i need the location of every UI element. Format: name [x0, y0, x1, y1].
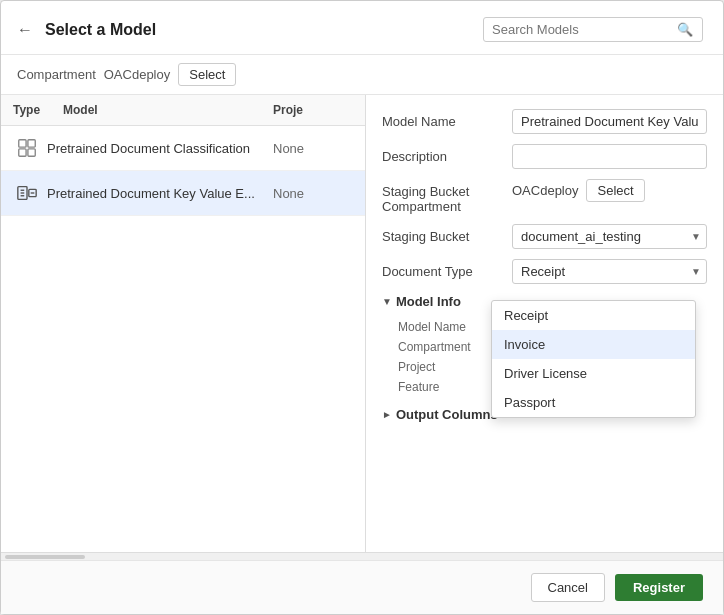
- staging-compartment-row: Staging Bucket Compartment OACdeploy Sel…: [382, 179, 707, 214]
- description-control: [512, 144, 707, 169]
- classification-icon: [13, 134, 41, 162]
- search-input[interactable]: [492, 22, 677, 37]
- description-row: Description: [382, 144, 707, 169]
- model-name-label: Model Name: [382, 109, 512, 129]
- staging-bucket-select[interactable]: document_ai_testing: [512, 224, 707, 249]
- description-label: Description: [382, 144, 512, 164]
- info-model-name-label: Model Name: [398, 320, 498, 334]
- cancel-button[interactable]: Cancel: [531, 573, 605, 602]
- model-name-input[interactable]: [512, 109, 707, 134]
- dialog-header: ← Select a Model 🔍: [1, 1, 723, 55]
- row-2-project: None: [273, 186, 353, 201]
- dropdown-option-passport[interactable]: Passport: [492, 388, 695, 417]
- register-button[interactable]: Register: [615, 574, 703, 601]
- info-project-label: Project: [398, 360, 498, 374]
- main-content: Type Model Proje Pretrained Document Cla…: [1, 95, 723, 552]
- staging-bucket-row: Staging Bucket document_ai_testing ▼: [382, 224, 707, 249]
- keyvalue-icon: [13, 179, 41, 207]
- output-columns-triangle-icon: ►: [382, 409, 392, 420]
- back-button[interactable]: ←: [17, 21, 33, 39]
- staging-compartment-label: Staging Bucket Compartment: [382, 179, 512, 214]
- horizontal-scrollbar[interactable]: [1, 552, 723, 560]
- model-info-label: Model Info: [396, 294, 461, 309]
- search-icon: 🔍: [677, 22, 693, 37]
- right-panel: Model Name Description Staging Bucket Co…: [366, 95, 723, 552]
- staging-compartment-control: OACdeploy Select: [512, 179, 707, 202]
- document-type-select[interactable]: Receipt Invoice Driver License Passport: [512, 259, 707, 284]
- svg-rect-1: [28, 140, 35, 147]
- row-2-model-name: Pretrained Document Key Value E...: [47, 186, 273, 201]
- dropdown-option-driver-license[interactable]: Driver License: [492, 359, 695, 388]
- dialog-footer: Cancel Register: [1, 560, 723, 614]
- svg-rect-0: [19, 140, 26, 147]
- col-model-header: Model: [63, 103, 273, 117]
- table-row[interactable]: Pretrained Document Key Value E... None: [1, 171, 365, 216]
- dialog-title: Select a Model: [45, 21, 483, 39]
- search-bar: 🔍: [483, 17, 703, 42]
- document-type-control: Receipt Invoice Driver License Passport …: [512, 259, 707, 284]
- description-input[interactable]: [512, 144, 707, 169]
- staging-compartment-value: OACdeploy: [512, 183, 578, 198]
- staging-bucket-control: document_ai_testing ▼: [512, 224, 707, 249]
- dropdown-option-receipt[interactable]: Receipt: [492, 301, 695, 330]
- select-model-dialog: ← Select a Model 🔍 Compartment OACdeploy…: [0, 0, 724, 615]
- table-header: Type Model Proje: [1, 95, 365, 126]
- row-1-project: None: [273, 141, 353, 156]
- document-type-row: Document Type Receipt Invoice Driver Lic…: [382, 259, 707, 284]
- col-type-header: Type: [13, 103, 63, 117]
- svg-rect-3: [28, 149, 35, 156]
- model-name-control: [512, 109, 707, 134]
- info-compartment-label: Compartment: [398, 340, 498, 354]
- breadcrumb-deploy: OACdeploy: [104, 67, 170, 82]
- info-feature-label: Feature: [398, 380, 498, 394]
- staging-bucket-label: Staging Bucket: [382, 224, 512, 244]
- svg-rect-2: [19, 149, 26, 156]
- breadcrumb-select-button[interactable]: Select: [178, 63, 236, 86]
- document-type-dropdown-overlay: Receipt Invoice Driver License Passport: [491, 300, 696, 418]
- model-info-triangle-icon: ▼: [382, 296, 392, 307]
- breadcrumb-compartment: Compartment: [17, 67, 96, 82]
- dropdown-option-invoice[interactable]: Invoice: [492, 330, 695, 359]
- output-columns-label: Output Columns: [396, 407, 498, 422]
- scrollbar-thumb: [5, 555, 85, 559]
- breadcrumb-bar: Compartment OACdeploy Select: [1, 55, 723, 95]
- staging-compartment-select-button[interactable]: Select: [586, 179, 644, 202]
- document-type-label: Document Type: [382, 259, 512, 279]
- table-panel: Type Model Proje Pretrained Document Cla…: [1, 95, 366, 552]
- col-project-header: Proje: [273, 103, 353, 117]
- row-1-model-name: Pretrained Document Classification: [47, 141, 273, 156]
- model-name-row: Model Name: [382, 109, 707, 134]
- table-row[interactable]: Pretrained Document Classification None: [1, 126, 365, 171]
